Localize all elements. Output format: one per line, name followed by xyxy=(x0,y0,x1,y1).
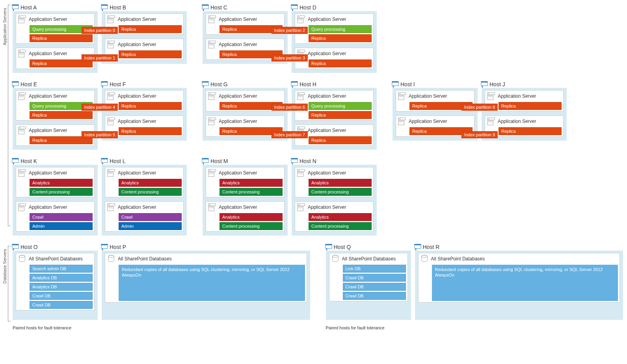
db-item: Link DB xyxy=(343,265,406,273)
index-partition-label: Index partition 4 xyxy=(82,104,118,111)
query-processing-chip: Query processing xyxy=(309,102,372,110)
host-icon xyxy=(291,81,298,88)
host-title: Host G xyxy=(210,81,228,87)
index-partition-label: Index partition 6 xyxy=(272,104,308,111)
server-icon xyxy=(208,117,216,126)
server-icon xyxy=(208,40,216,49)
server-icon xyxy=(487,92,495,100)
host-A: Host A Application Server Query processi… xyxy=(13,4,98,73)
host-icon xyxy=(12,158,19,165)
content-processing-chip: Content processing xyxy=(119,188,182,196)
host-icon xyxy=(202,158,209,165)
app-server-title: Application Server xyxy=(498,93,536,99)
content-processing-chip: Content processing xyxy=(309,222,372,230)
analytics-chip: Analytics xyxy=(309,213,372,221)
server-icon xyxy=(107,203,115,212)
db-title: All SharePoint Databases xyxy=(118,256,172,262)
host-icon xyxy=(202,4,209,11)
app-server-title: Application Server xyxy=(308,17,346,22)
host-H: Host H Application Server Query processi… xyxy=(292,81,377,150)
host-title: Host N xyxy=(300,158,316,164)
index-partition-label: Index partition 1 xyxy=(82,54,118,61)
host-N: Host N Application Server AnalyticsConte… xyxy=(292,158,377,236)
host-title: Host K xyxy=(20,158,37,164)
server-icon xyxy=(107,15,115,24)
admin-chip: Admin xyxy=(30,222,93,230)
db-box: All SharePoint Databases Redundant copie… xyxy=(105,253,307,303)
host-icon xyxy=(392,81,399,88)
app-server-box: Application Server AnalyticsContent proc… xyxy=(206,167,285,197)
database-icon xyxy=(107,254,115,263)
host-title: Host I xyxy=(400,81,415,87)
host-title: Host D xyxy=(300,4,316,11)
app-server-title: Application Server xyxy=(118,204,156,210)
db-item: Crawl DB xyxy=(343,283,406,291)
content-processing-chip: Content processing xyxy=(30,188,93,196)
host-icon xyxy=(12,243,19,251)
app-server-title: Application Server xyxy=(29,128,67,133)
server-icon xyxy=(18,169,26,177)
db-item: Search admin DB xyxy=(30,265,93,273)
host-title: Host L xyxy=(110,158,125,164)
host-F: Host F Application Server Replica Applic… xyxy=(102,81,187,150)
app-server-title: Application Server xyxy=(308,51,346,56)
host-title: Host J xyxy=(489,81,505,87)
analytics-chip: Analytics xyxy=(220,179,283,187)
app-server-box: Application Server AnalyticsContent proc… xyxy=(295,167,374,197)
analytics-chip: Analytics xyxy=(119,179,182,187)
server-icon xyxy=(107,40,115,49)
content-processing-chip: Content processing xyxy=(220,188,283,196)
server-icon xyxy=(487,117,495,126)
replica-chip: Replica xyxy=(30,34,93,42)
analytics-chip: Analytics xyxy=(30,179,93,187)
host-icon xyxy=(12,81,19,88)
server-icon xyxy=(208,15,216,24)
host-title: Host P xyxy=(110,244,126,250)
server-icon xyxy=(208,169,216,177)
host-title: Host C xyxy=(210,4,227,11)
host-B: Host B Application Server Replica Applic… xyxy=(102,4,187,73)
host-O: Host O All SharePoint Databases Search a… xyxy=(13,243,98,320)
host-C: Host C Application Server Replica Applic… xyxy=(203,4,288,73)
app-server-title: Application Server xyxy=(219,17,257,22)
replica-chip: Replica xyxy=(309,59,372,67)
index-partition-label: Index partition 2 xyxy=(272,27,308,34)
crawl-chip: Crawl xyxy=(30,213,93,221)
index-partition-label: Index partition 8 xyxy=(461,104,498,111)
host-icon xyxy=(101,158,108,165)
database-icon xyxy=(420,254,429,263)
db-item: Analytics DB xyxy=(30,274,93,282)
app-server-title: Application Server xyxy=(118,93,156,99)
replica-chip: Replica xyxy=(309,136,372,144)
host-title: Host B xyxy=(110,4,126,11)
db-redundant-text: Redundant copies of all databases using … xyxy=(432,265,618,301)
index-partition-label: Index partition 7 xyxy=(272,131,308,138)
db-title: All SharePoint Databases xyxy=(29,256,83,262)
database-icon xyxy=(331,254,340,263)
server-icon xyxy=(297,15,305,24)
host-P: Host P All SharePoint Databases Redundan… xyxy=(102,243,310,320)
app-server-title: Application Server xyxy=(118,42,156,47)
server-icon xyxy=(107,117,115,126)
paired-caption: Paired hosts for fault tolerance xyxy=(13,325,71,330)
db-item: Crawl DB xyxy=(30,301,93,309)
host-K: Host K Application Server AnalyticsConte… xyxy=(13,158,98,236)
analytics-chip: Analytics xyxy=(309,179,372,187)
replica-chip: Replica xyxy=(119,25,182,33)
server-icon xyxy=(107,169,115,177)
host-title: Host O xyxy=(20,244,38,250)
host-icon xyxy=(291,4,298,11)
app-server-title: Application Server xyxy=(219,119,257,124)
app-server-title: Application Server xyxy=(219,204,257,210)
server-icon xyxy=(18,203,26,212)
app-server-title: Application Server xyxy=(308,204,346,210)
replica-chip: Replica xyxy=(119,127,182,135)
app-server-title: Application Server xyxy=(29,93,67,99)
host-icon xyxy=(12,4,19,11)
analytics-chip: Analytics xyxy=(220,213,283,221)
host-L: Host L Application Server AnalyticsConte… xyxy=(102,158,187,236)
host-Q: Host Q All SharePoint Databases Link DBC… xyxy=(326,243,411,320)
replica-chip: Replica xyxy=(309,34,372,42)
server-icon xyxy=(297,169,305,177)
db-box: All SharePoint Databases Search admin DB… xyxy=(16,253,95,310)
